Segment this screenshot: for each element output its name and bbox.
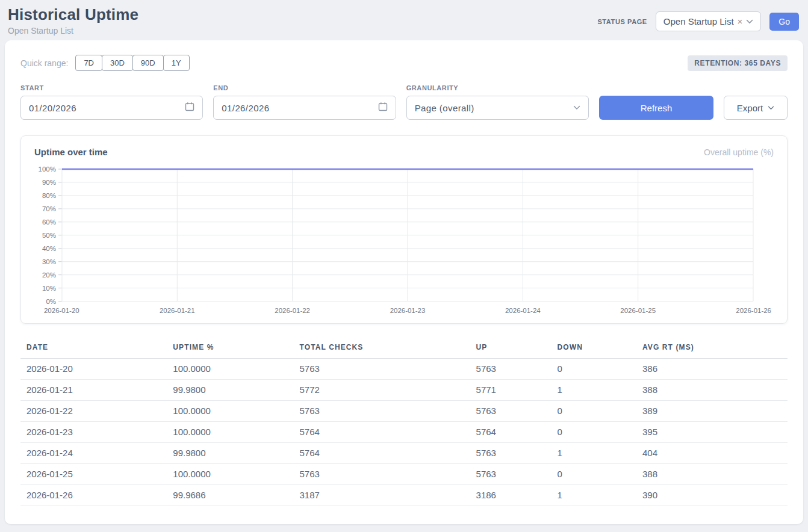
col-up: UP [470, 338, 552, 359]
table-cell: 3187 [294, 484, 470, 506]
svg-text:2026-01-20: 2026-01-20 [44, 307, 79, 314]
chevron-down-icon [573, 105, 580, 110]
table-cell: 2026-01-26 [20, 484, 167, 506]
table-cell: 5763 [470, 400, 552, 421]
table-cell: 1 [552, 484, 636, 506]
table-cell: 2026-01-25 [20, 463, 167, 484]
calendar-icon[interactable] [378, 102, 388, 114]
header-right: STATUS PAGE Open Startup List × Go [597, 11, 799, 31]
quick-range-label: Quick range: [20, 58, 68, 68]
calendar-icon[interactable] [185, 102, 194, 114]
svg-text:70%: 70% [42, 205, 56, 212]
export-button[interactable]: Export [724, 96, 788, 120]
svg-text:20%: 20% [42, 271, 56, 279]
table-cell: 395 [636, 421, 788, 442]
col-down: DOWN [552, 338, 636, 359]
col-uptime: UPTIME % [167, 338, 293, 359]
table-header-row: DATE UPTIME % TOTAL CHECKS UP DOWN AVG R… [20, 338, 788, 359]
status-page-label: STATUS PAGE [597, 18, 647, 25]
refresh-button[interactable]: Refresh [599, 96, 713, 120]
table-cell: 388 [636, 463, 788, 484]
table-cell: 5764 [294, 421, 470, 442]
svg-text:90%: 90% [42, 179, 56, 186]
table-cell: 2026-01-22 [20, 400, 167, 421]
table-cell: 100.0000 [167, 421, 293, 442]
svg-text:40%: 40% [42, 245, 56, 252]
table-cell: 99.9686 [167, 484, 293, 506]
start-date-input[interactable]: 01/20/2026 [20, 96, 203, 120]
quick-range-7d[interactable]: 7D [75, 55, 102, 71]
start-date-label: START [20, 84, 203, 91]
svg-text:2026-01-25: 2026-01-25 [620, 307, 656, 314]
table-cell: 0 [552, 463, 636, 484]
quick-range-row: Quick range: 7D 30D 90D 1Y RETENTION: 36… [20, 55, 788, 71]
table-row: 2026-01-2699.9686318731861390 [20, 484, 788, 506]
quick-range-group-wrap: Quick range: 7D 30D 90D 1Y [20, 55, 190, 71]
table-cell: 99.9800 [167, 442, 293, 463]
end-date-value: 01/26/2026 [222, 103, 269, 113]
table-cell: 2026-01-20 [20, 358, 167, 379]
svg-text:2026-01-24: 2026-01-24 [505, 307, 541, 314]
granularity-field: GRANULARITY Page (overall) [406, 84, 589, 120]
clear-selection-icon[interactable]: × [738, 17, 743, 26]
table-cell: 0 [552, 421, 636, 442]
quick-range-group: 7D 30D 90D 1Y [75, 55, 189, 71]
table-cell: 389 [636, 400, 788, 421]
col-date: DATE [20, 338, 167, 359]
table-cell: 2026-01-23 [20, 421, 167, 442]
end-date-label: END [213, 84, 396, 91]
table-cell: 5763 [294, 463, 470, 484]
table-cell: 5763 [470, 442, 552, 463]
table-row: 2026-01-23100.0000576457640395 [20, 421, 788, 442]
table-row: 2026-01-25100.0000576357630388 [20, 463, 788, 484]
table-cell: 100.0000 [167, 358, 293, 379]
granularity-select[interactable]: Page (overall) [406, 96, 589, 120]
table-cell: 100.0000 [167, 463, 293, 484]
svg-text:2026-01-23: 2026-01-23 [390, 307, 426, 314]
table-row: 2026-01-22100.0000576357630389 [20, 400, 788, 421]
quick-range-90d[interactable]: 90D [132, 55, 164, 71]
table-cell: 388 [636, 379, 788, 400]
table-cell: 5764 [294, 442, 470, 463]
chart-legend: Overall uptime (%) [704, 147, 774, 157]
end-date-field: END 01/26/2026 [213, 84, 396, 120]
table-cell: 386 [636, 358, 788, 379]
table-cell: 404 [636, 442, 788, 463]
table-row: 2026-01-20100.0000576357630386 [20, 358, 788, 379]
table-cell: 5763 [294, 400, 470, 421]
svg-text:100%: 100% [39, 165, 56, 173]
quick-range-30d[interactable]: 30D [102, 55, 133, 71]
title-block: Historical Uptime Open Startup List [8, 5, 138, 36]
page-title: Historical Uptime [8, 5, 138, 24]
granularity-label: GRANULARITY [406, 84, 589, 91]
table-cell: 99.9800 [167, 379, 293, 400]
table-cell: 1 [552, 442, 636, 463]
chart-header: Uptime over time Overall uptime (%) [34, 147, 774, 157]
granularity-value: Page (overall) [415, 103, 474, 113]
table-cell: 0 [552, 358, 636, 379]
table-cell: 100.0000 [167, 400, 293, 421]
start-date-value: 01/20/2026 [29, 103, 76, 113]
status-page-select-value: Open Startup List [663, 16, 734, 26]
table-cell: 5763 [470, 463, 552, 484]
quick-range-1y[interactable]: 1Y [163, 55, 190, 71]
start-date-field: START 01/20/2026 [20, 84, 203, 120]
main-panel: Quick range: 7D 30D 90D 1Y RETENTION: 36… [5, 40, 803, 524]
table-cell: 5763 [294, 358, 470, 379]
status-page-select[interactable]: Open Startup List × [656, 11, 762, 31]
svg-text:80%: 80% [42, 192, 56, 199]
chevron-down-icon [746, 19, 753, 24]
filters-row: START 01/20/2026 END 01/26/2026 GRANULAR… [20, 84, 788, 120]
table-row: 2026-01-2199.9800577257711388 [20, 379, 788, 400]
svg-text:50%: 50% [42, 232, 56, 239]
svg-text:60%: 60% [42, 218, 56, 226]
col-avg-rt: AVG RT (MS) [636, 338, 788, 359]
chart-title: Uptime over time [34, 147, 108, 157]
table-cell: 3186 [470, 484, 552, 506]
table-cell: 5771 [470, 379, 552, 400]
chevron-down-icon [768, 106, 774, 110]
go-button[interactable]: Go [769, 13, 799, 31]
svg-text:2026-01-26: 2026-01-26 [736, 307, 771, 314]
table-cell: 2026-01-21 [20, 379, 167, 400]
end-date-input[interactable]: 01/26/2026 [213, 96, 396, 120]
